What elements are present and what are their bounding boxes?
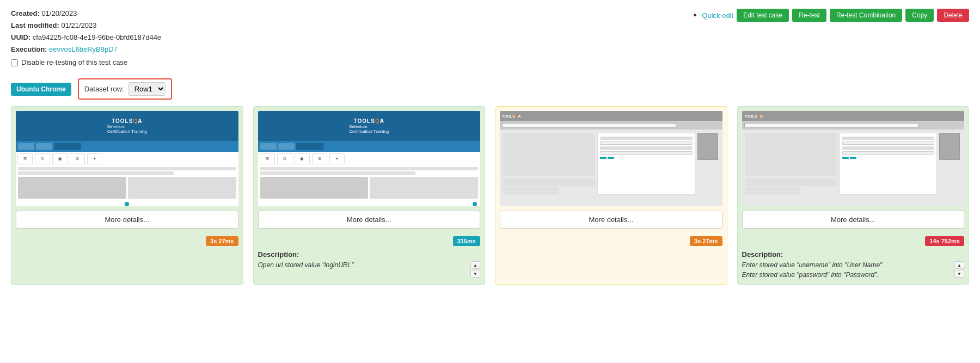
card-2-scroll-controls: ▲ ▼ xyxy=(470,260,480,278)
card-2-description: Description: Open url stored value "logi… xyxy=(254,250,485,282)
card-2-time-badge: 315ms xyxy=(453,236,480,246)
card-4-time-badge: 14s 752ms xyxy=(925,236,964,246)
toolbar-right: • Quick edit Edit test case Re-test Re-t… xyxy=(694,8,969,22)
execution-label: Execution: xyxy=(11,45,47,53)
created-label: Created: xyxy=(11,9,40,17)
card-2-screenshot: TOOLSQA SeleniumCertification Training ☰… xyxy=(258,111,481,206)
scroll-up-btn[interactable]: ▲ xyxy=(470,261,480,269)
bullet-separator: • xyxy=(694,10,697,20)
card-4-footer: 14s 752ms xyxy=(738,233,969,250)
created-date: 01/20/2023 xyxy=(41,9,77,17)
dataset-row-label: Dataset row: xyxy=(84,85,124,93)
card-4-scroll-up-btn[interactable]: ▲ xyxy=(954,261,964,269)
card-4-screenshot: TOOLSQA xyxy=(742,111,965,206)
card-1-footer: 3s 27ms xyxy=(11,233,243,250)
retest-combination-button[interactable]: Re-test Combination xyxy=(830,9,902,22)
card-4-scroll-controls: ▲ ▼ xyxy=(954,260,964,278)
card-2-description-label: Description: xyxy=(258,250,481,259)
card-4-description-label: Description: xyxy=(742,250,965,259)
card-1-browser-sim: TOOLSQA SeleniumCertification Training ☰… xyxy=(16,111,238,206)
disable-retesting-checkbox[interactable] xyxy=(11,59,18,66)
delete-button[interactable]: Delete xyxy=(937,9,969,22)
card-3-time-badge: 3s 27ms xyxy=(690,236,722,246)
card-2-browser-sim: TOOLSQA SeleniumCertification Training ☰… xyxy=(258,111,481,206)
execution-link[interactable]: eevvosL6beRyB9pD7 xyxy=(49,45,118,53)
card-2: TOOLSQA SeleniumCertification Training ☰… xyxy=(253,106,486,285)
meta-info: Created: 01/20/2023 Last modified: 01/21… xyxy=(11,8,161,69)
retest-button[interactable]: Re-test xyxy=(792,9,826,22)
card-3-footer: 3s 27ms xyxy=(495,233,727,250)
card-3-more-details-btn[interactable]: More details... xyxy=(500,211,722,229)
dataset-row-select[interactable]: Row1 Row2 Row3 xyxy=(128,82,166,96)
last-modified-date: 01/21/2023 xyxy=(61,21,96,29)
card-1-more-details-btn[interactable]: More details... xyxy=(16,211,238,229)
uuid-value: cfa94225-fc08-4e19-96be-0bfd6187d44e xyxy=(33,33,161,41)
cards-section: TOOLSQA SeleniumCertification Training ☰… xyxy=(0,106,980,296)
uuid-label: UUID: xyxy=(11,33,30,41)
card-4: TOOLSQA xyxy=(737,106,970,285)
copy-button[interactable]: Copy xyxy=(905,9,934,22)
card-4-browser-sim: TOOLSQA xyxy=(742,111,965,206)
card-3: TOOLSQA xyxy=(495,106,727,285)
edit-test-case-button[interactable]: Edit test case xyxy=(737,9,789,22)
card-4-more-details-btn[interactable]: More details... xyxy=(742,211,965,229)
card-4-description: Description: Enter stored value "usernam… xyxy=(738,250,969,284)
ubuntu-chrome-badge: Ubuntu Chrome xyxy=(11,83,71,96)
card-2-more-details-btn[interactable]: More details... xyxy=(258,211,481,229)
card-2-footer: 315ms xyxy=(254,233,485,250)
scroll-down-btn[interactable]: ▼ xyxy=(470,270,480,278)
card-1: TOOLSQA SeleniumCertification Training ☰… xyxy=(11,106,243,285)
dataset-row-wrapper: Dataset row: Row1 Row2 Row3 xyxy=(78,78,172,100)
card-2-description-text: Open url stored value "loginURL". xyxy=(258,260,470,270)
card-1-screenshot: TOOLSQA SeleniumCertification Training ☰… xyxy=(16,111,238,206)
quick-edit-button[interactable]: Quick edit xyxy=(702,11,733,20)
controls-section: Ubuntu Chrome Dataset row: Row1 Row2 Row… xyxy=(0,74,980,106)
card-4-description-wrap: Enter stored value "username" into "User… xyxy=(742,260,965,280)
disable-retesting-label: Disable re-testing of this test case xyxy=(21,57,127,69)
last-modified-label: Last modified: xyxy=(11,21,59,29)
card-4-scroll-down-btn[interactable]: ▼ xyxy=(954,270,964,278)
card-4-description-text: Enter stored value "username" into "User… xyxy=(742,260,954,280)
card-3-browser-sim: TOOLSQA xyxy=(500,111,722,206)
card-3-screenshot: TOOLSQA xyxy=(500,111,722,206)
card-1-time-badge: 3s 27ms xyxy=(206,236,238,246)
card-2-description-wrap: Open url stored value "loginURL". ▲ ▼ xyxy=(258,260,481,278)
header-section: Created: 01/20/2023 Last modified: 01/21… xyxy=(0,0,980,74)
